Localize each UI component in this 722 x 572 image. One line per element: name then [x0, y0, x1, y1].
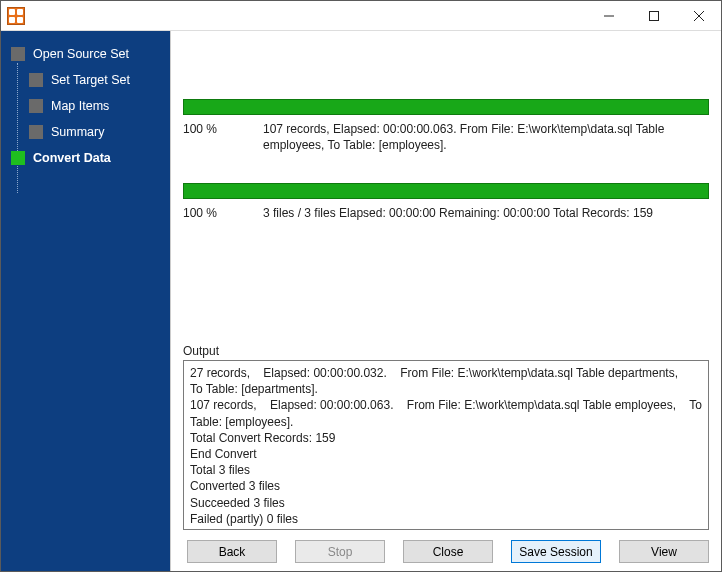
overall-progress-details: 3 files / 3 files Elapsed: 00:00:00 Rema…: [263, 205, 709, 221]
app-icon: [7, 7, 25, 25]
item-progress-info: 100 % 107 records, Elapsed: 00:00:00.063…: [183, 121, 709, 153]
step-marker-icon: [29, 99, 43, 113]
overall-progress-bar: [183, 183, 709, 199]
stop-button: Stop: [295, 540, 385, 563]
item-progress-details: 107 records, Elapsed: 00:00:00.063. From…: [263, 121, 709, 153]
step-summary[interactable]: Summary: [1, 119, 170, 145]
step-label: Convert Data: [33, 151, 111, 165]
close-button[interactable]: Close: [403, 540, 493, 563]
save-session-button[interactable]: Save Session: [511, 540, 601, 563]
back-button[interactable]: Back: [187, 540, 277, 563]
step-marker-icon: [11, 151, 25, 165]
wizard-sidebar: Open Source Set Set Target Set Map Items…: [1, 31, 170, 571]
step-convert-data[interactable]: Convert Data: [1, 145, 170, 171]
titlebar: [1, 1, 721, 31]
maximize-button[interactable]: [631, 1, 676, 31]
item-progress-percent: 100 %: [183, 121, 263, 153]
svg-rect-1: [649, 11, 658, 20]
step-label: Map Items: [51, 99, 109, 113]
output-label: Output: [183, 344, 709, 358]
step-marker-icon: [29, 125, 43, 139]
button-row: Back Stop Close Save Session View: [183, 530, 709, 563]
step-open-source-set[interactable]: Open Source Set: [1, 41, 170, 67]
output-textarea[interactable]: [183, 360, 709, 530]
item-progress-bar: [183, 99, 709, 115]
step-marker-icon: [11, 47, 25, 61]
overall-progress-percent: 100 %: [183, 205, 263, 221]
view-button[interactable]: View: [619, 540, 709, 563]
step-map-items[interactable]: Map Items: [1, 93, 170, 119]
close-window-button[interactable]: [676, 1, 721, 31]
step-set-target-set[interactable]: Set Target Set: [1, 67, 170, 93]
step-label: Set Target Set: [51, 73, 130, 87]
step-label: Summary: [51, 125, 104, 139]
overall-progress-info: 100 % 3 files / 3 files Elapsed: 00:00:0…: [183, 205, 709, 221]
main-panel: 100 % 107 records, Elapsed: 00:00:00.063…: [170, 31, 721, 571]
step-marker-icon: [29, 73, 43, 87]
step-label: Open Source Set: [33, 47, 129, 61]
minimize-button[interactable]: [586, 1, 631, 31]
